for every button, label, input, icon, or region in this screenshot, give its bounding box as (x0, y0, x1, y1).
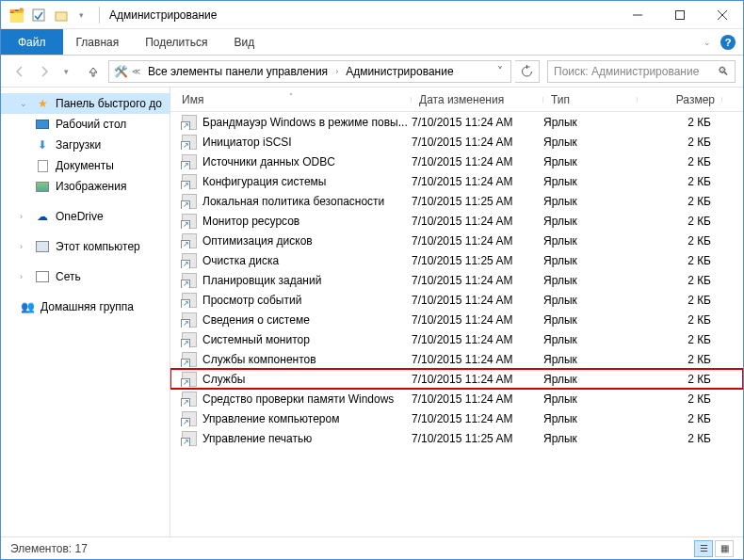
file-type: Ярлык (543, 175, 638, 188)
sidebar-item-homegroup[interactable]: 👥Домашняя группа (1, 296, 170, 317)
sidebar-item-network[interactable]: ›Сеть (1, 266, 170, 287)
file-name: Системный монитор (202, 333, 310, 346)
sidebar-label: Домашняя группа (40, 300, 134, 313)
file-size: 2 КБ (638, 313, 722, 327)
recent-dropdown-icon[interactable]: ▾ (57, 60, 80, 83)
file-row[interactable]: Средство проверки памяти Windows7/10/201… (170, 389, 743, 408)
sidebar-label: Изображения (56, 180, 126, 193)
file-date: 7/10/2015 11:25 AM (412, 254, 543, 267)
view-icons-button[interactable]: ▦ (715, 540, 734, 557)
tab-share[interactable]: Поделиться (132, 29, 220, 55)
onedrive-icon: ☁ (35, 209, 50, 224)
file-size: 2 КБ (638, 195, 722, 208)
file-name: Монитор ресурсов (202, 215, 299, 228)
file-type: Ярлык (543, 432, 638, 445)
address-bar[interactable]: 🛠️ ≪ Все элементы панели управления › Ад… (108, 60, 511, 83)
file-row[interactable]: Управление компьютером7/10/2015 11:24 AM… (170, 408, 743, 428)
file-date: 7/10/2015 11:24 AM (412, 274, 543, 287)
ribbon-expand-icon[interactable]: ⌄ (704, 38, 713, 47)
shortcut-icon (182, 312, 197, 328)
help-icon[interactable]: ? (720, 35, 736, 50)
ribbon-tabs: Файл Главная Поделиться Вид ⌄ ? (1, 29, 743, 56)
sidebar-label: Панель быстрого до (56, 97, 162, 110)
star-icon: ★ (35, 96, 50, 111)
file-type: Ярлык (543, 313, 638, 327)
file-date: 7/10/2015 11:24 AM (412, 373, 543, 386)
app-icon[interactable]: 🗂️ (7, 6, 25, 24)
file-row[interactable]: Конфигурация системы7/10/2015 11:24 AMЯр… (170, 171, 743, 191)
file-row[interactable]: Планировщик заданий7/10/2015 11:24 AMЯрл… (170, 270, 743, 290)
sidebar-item-downloads[interactable]: ⬇Загрузки (1, 135, 170, 155)
file-type: Ярлык (543, 234, 638, 248)
tab-file[interactable]: Файл (1, 29, 63, 55)
window-title: Администрирование (109, 8, 217, 22)
file-date: 7/10/2015 11:25 AM (412, 195, 543, 208)
file-row[interactable]: Оптимизация дисков7/10/2015 11:24 AMЯрлы… (170, 231, 743, 250)
file-row[interactable]: Очистка диска7/10/2015 11:25 AMЯрлык2 КБ (170, 250, 743, 270)
shortcut-icon (182, 293, 197, 308)
file-name: Сведения о системе (202, 313, 310, 327)
titlebar: 🗂️ ▾ Администрирование (1, 1, 743, 29)
file-size: 2 КБ (638, 353, 722, 366)
sidebar-item-thispc[interactable]: ›Этот компьютер (1, 236, 170, 257)
sidebar-item-quickaccess[interactable]: ⌄★Панель быстрого до (1, 93, 170, 114)
up-button[interactable] (82, 60, 105, 83)
file-row[interactable]: Службы7/10/2015 11:24 AMЯрлык2 КБ (170, 369, 743, 389)
sidebar-item-pictures[interactable]: Изображения (1, 176, 170, 197)
chevron-right-icon[interactable]: ≪ (132, 67, 140, 76)
file-type: Ярлык (543, 136, 638, 149)
column-size[interactable]: Размер (638, 93, 722, 106)
minimize-button[interactable] (616, 2, 658, 28)
forward-button[interactable] (33, 60, 56, 83)
qat-dropdown-icon[interactable]: ▾ (74, 6, 93, 24)
address-dropdown-icon[interactable]: ˅ (493, 65, 507, 78)
file-row[interactable]: Брандмауэр Windows в режиме повы...7/10/… (170, 112, 743, 132)
svg-rect-3 (675, 10, 684, 19)
computer-icon (35, 239, 50, 254)
breadcrumb-item[interactable]: Все элементы панели управления (144, 65, 332, 78)
chevron-right-icon[interactable]: › (335, 67, 338, 76)
back-button[interactable] (8, 60, 31, 83)
file-date: 7/10/2015 11:24 AM (412, 412, 543, 425)
column-type[interactable]: Тип (543, 93, 638, 106)
tab-view[interactable]: Вид (220, 29, 267, 55)
sidebar-item-desktop[interactable]: Рабочий стол (1, 114, 170, 135)
file-row[interactable]: Системный монитор7/10/2015 11:24 AMЯрлык… (170, 329, 743, 349)
file-row[interactable]: Управление печатью7/10/2015 11:25 AMЯрлы… (170, 428, 743, 448)
view-details-button[interactable]: ☰ (694, 540, 713, 557)
file-name: Конфигурация системы (202, 175, 326, 188)
document-icon (35, 158, 50, 173)
breadcrumb-item[interactable]: Администрирование (342, 65, 457, 78)
file-row[interactable]: Инициатор iSCSI7/10/2015 11:24 AMЯрлык2 … (170, 132, 743, 152)
close-button[interactable] (701, 2, 743, 28)
column-name[interactable]: Имя˄ (170, 93, 412, 106)
maximize-button[interactable] (658, 2, 701, 28)
file-type: Ярлык (543, 294, 638, 307)
sidebar-item-onedrive[interactable]: ›☁OneDrive (1, 206, 170, 227)
shortcut-icon (182, 273, 197, 288)
file-type: Ярлык (543, 412, 638, 425)
tab-home[interactable]: Главная (63, 29, 133, 55)
qat-newfolder-icon[interactable] (52, 6, 71, 24)
sort-asc-icon: ˄ (289, 92, 293, 101)
search-input[interactable]: Поиск: Администрирование 🔍︎ (547, 60, 736, 83)
file-row[interactable]: Сведения о системе7/10/2015 11:24 AMЯрлы… (170, 310, 743, 329)
file-list[interactable]: Имя˄ Дата изменения Тип Размер Брандмауэ… (170, 88, 743, 536)
shortcut-icon (182, 233, 197, 248)
status-count: Элементов: 17 (10, 542, 88, 555)
sidebar-item-documents[interactable]: Документы (1, 155, 170, 176)
refresh-button[interactable] (515, 60, 540, 83)
file-type: Ярлык (543, 392, 638, 406)
file-row[interactable]: Службы компонентов7/10/2015 11:24 AMЯрлы… (170, 349, 743, 369)
file-name: Источники данных ODBC (202, 155, 335, 168)
file-size: 2 КБ (638, 234, 722, 248)
file-row[interactable]: Источники данных ODBC7/10/2015 11:24 AMЯ… (170, 152, 743, 171)
desktop-icon (35, 117, 50, 132)
file-date: 7/10/2015 11:24 AM (412, 294, 543, 307)
file-row[interactable]: Просмотр событий7/10/2015 11:24 AMЯрлык2… (170, 290, 743, 310)
file-row[interactable]: Монитор ресурсов7/10/2015 11:24 AMЯрлык2… (170, 211, 743, 231)
file-row[interactable]: Локальная политика безопасности7/10/2015… (170, 191, 743, 211)
sidebar-label: Документы (56, 159, 114, 172)
qat-properties-icon[interactable] (29, 6, 48, 24)
column-date[interactable]: Дата изменения (412, 93, 543, 106)
